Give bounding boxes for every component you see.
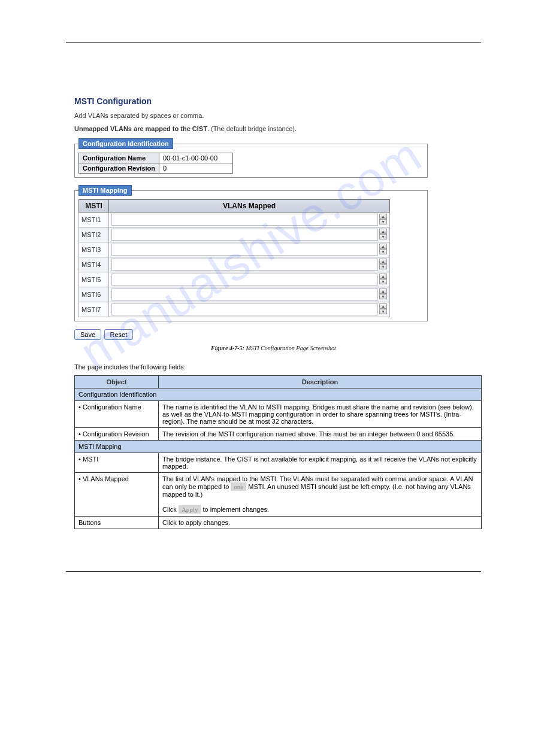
vlans-mapped-input[interactable] [111,289,378,300]
button-row: Save Reset [74,329,481,340]
vlans-mapped-input[interactable] [111,274,378,286]
vlans-mapped-input[interactable] [111,303,378,315]
spin-down-icon[interactable]: ▼ [379,234,387,239]
hdr-description: Description [159,376,482,388]
msti-label: MSTI7 [79,302,109,317]
reset-button[interactable]: Reset [104,329,134,340]
legend-msti-mapping: MSTI Mapping [78,185,132,196]
desc-cfg-rev: The revision of the MSTI configuration n… [159,428,482,441]
msti-label: MSTI1 [79,212,109,227]
below-text: The page includes the following fields: [74,363,481,371]
fieldset-config-id: Configuration Identification Configurati… [74,138,428,178]
spin-down-icon[interactable]: ▼ [379,294,387,299]
msti-label: MSTI3 [79,242,109,257]
legend-config-id: Configuration Identification [78,138,173,149]
description-table: Object Description Configuration Identif… [74,375,482,529]
cfg-rev-label: Configuration Revision [79,163,159,174]
vlans-click: Click [162,506,179,513]
hint-line-2: Unmapped VLANs are mapped to the CIST. (… [74,125,428,132]
msti-map-table: MSTI VLANs Mapped MSTI1▲▼MSTI2▲▼MSTI3▲▼M… [78,199,390,317]
spin-up-icon[interactable]: ▲ [379,214,387,219]
spin-down-icon[interactable]: ▼ [379,249,387,254]
table-row: MSTI1▲▼ [79,212,390,227]
msti-label: MSTI5 [79,272,109,287]
msti-vlans-cell: ▲▼ [109,302,390,317]
msti-vlans-cell: ▲▼ [109,272,390,287]
cfg-name-label: Configuration Name [79,153,159,163]
msti-label: MSTI4 [79,257,109,272]
hint-bold: Unmapped VLANs are mapped to the CIST [74,125,207,132]
obj-msti: • MSTI [75,453,159,473]
obj-vlans-mapped: • VLANs Mapped [75,473,159,517]
section-msti-map: MSTI Mapping [75,441,482,453]
spin-down-icon[interactable]: ▼ [379,264,387,269]
msti-label: MSTI6 [79,287,109,302]
figure-caption-text: MSTI Configuration Page Screenshot [244,345,336,351]
save-button[interactable]: Save [74,329,101,340]
figure-caption: Figure 4-7-5: MSTI Configuration Page Sc… [66,345,481,351]
vlans-mapped-input[interactable] [111,214,378,226]
spin-down-icon[interactable]: ▼ [379,279,387,284]
one-highlight: one [231,482,246,491]
obj-buttons: Buttons [75,517,159,529]
msti-vlans-cell: ▲▼ [109,227,390,242]
vlans-mapped-input[interactable] [111,229,378,241]
msti-label: MSTI2 [79,227,109,242]
page-title: MSTI Configuration [74,96,428,106]
spin-up-icon[interactable]: ▲ [379,259,387,264]
table-row: MSTI6▲▼ [79,287,390,302]
vlans-click-end: to implement changes. [201,506,269,513]
spin-down-icon[interactable]: ▼ [379,309,387,314]
table-row: MSTI2▲▼ [79,227,390,242]
spin-up-icon[interactable]: ▲ [379,229,387,234]
desc-vlans-mapped: The list of VLAN's mapped to the MSTI. T… [159,473,482,517]
cfg-name-input[interactable] [163,154,229,162]
desc-msti: The bridge instance. The CIST is not ava… [159,453,482,473]
table-row: MSTI3▲▼ [79,242,390,257]
screenshot-panel: manualshive.com MSTI Configuration Add V… [74,96,428,321]
section-config-id: Configuration Identification [75,388,482,401]
col-msti: MSTI [79,200,109,212]
spin-down-icon[interactable]: ▼ [379,219,387,224]
desc-cfg-name: The name is identified the VLAN to MSTI … [159,401,482,428]
table-row: MSTI4▲▼ [79,257,390,272]
bottom-rule [66,571,481,572]
msti-vlans-cell: ▲▼ [109,242,390,257]
msti-vlans-cell: ▲▼ [109,212,390,227]
fieldset-msti-mapping: MSTI Mapping MSTI VLANs Mapped MSTI1▲▼MS… [74,185,428,321]
table-row: MSTI7▲▼ [79,302,390,317]
msti-vlans-cell: ▲▼ [109,257,390,272]
vlans-mapped-input[interactable] [111,244,378,256]
figure-caption-label: Figure 4-7-5: [211,345,244,351]
hdr-object: Object [75,376,159,388]
hint-tail: . (The default bridge instance). [207,125,297,132]
spin-up-icon[interactable]: ▲ [379,244,387,249]
spin-up-icon[interactable]: ▲ [379,274,387,279]
top-rule [66,42,481,42]
obj-cfg-rev: • Configuration Revision [75,428,159,441]
vlans-mapped-input[interactable] [111,259,378,271]
hint-line-1: Add VLANs separated by spaces or comma. [74,112,428,119]
cfg-rev-input[interactable] [163,165,229,172]
msti-vlans-cell: ▲▼ [109,287,390,302]
spin-up-icon[interactable]: ▲ [379,303,387,309]
config-id-table: Configuration Name Configuration Revisio… [78,153,233,174]
spin-up-icon[interactable]: ▲ [379,289,387,294]
desc-buttons: Click to apply changes. [159,517,482,529]
apply-highlight: Apply [179,505,201,514]
table-row: MSTI5▲▼ [79,272,390,287]
col-vlans: VLANs Mapped [109,200,390,212]
obj-cfg-name: • Configuration Name [75,401,159,428]
